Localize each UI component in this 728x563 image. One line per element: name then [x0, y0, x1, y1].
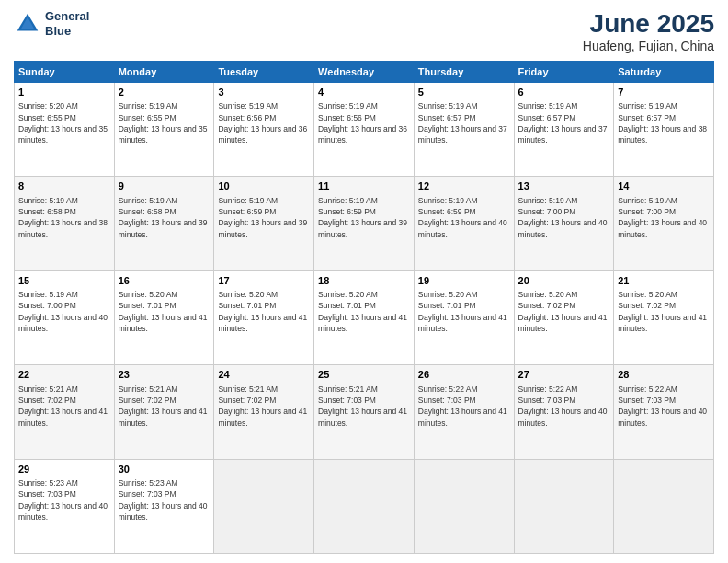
- calendar-cell: 19Sunrise: 5:20 AM Sunset: 7:01 PM Dayli…: [414, 270, 514, 364]
- day-info: Sunrise: 5:19 AM Sunset: 7:00 PM Dayligh…: [18, 289, 110, 334]
- day-number: 30: [119, 463, 210, 477]
- day-info: Sunrise: 5:20 AM Sunset: 7:01 PM Dayligh…: [318, 289, 410, 334]
- day-number: 21: [618, 274, 710, 288]
- day-info: Sunrise: 5:20 AM Sunset: 7:01 PM Dayligh…: [418, 289, 510, 334]
- day-info: Sunrise: 5:22 AM Sunset: 7:03 PM Dayligh…: [618, 384, 710, 429]
- calendar-cell: 1Sunrise: 5:20 AM Sunset: 6:55 PM Daylig…: [15, 83, 115, 177]
- day-number: 27: [518, 368, 610, 382]
- day-info: Sunrise: 5:22 AM Sunset: 7:03 PM Dayligh…: [418, 384, 510, 429]
- day-info: Sunrise: 5:21 AM Sunset: 7:02 PM Dayligh…: [18, 384, 110, 429]
- calendar-cell: 22Sunrise: 5:21 AM Sunset: 7:02 PM Dayli…: [15, 365, 115, 459]
- day-info: Sunrise: 5:20 AM Sunset: 7:02 PM Dayligh…: [518, 289, 610, 334]
- calendar-row-3: 22Sunrise: 5:21 AM Sunset: 7:02 PM Dayli…: [15, 365, 714, 459]
- calendar-cell: 4Sunrise: 5:19 AM Sunset: 6:56 PM Daylig…: [314, 83, 415, 177]
- calendar-cell: 7Sunrise: 5:19 AM Sunset: 6:57 PM Daylig…: [614, 83, 714, 177]
- day-number: 19: [418, 274, 510, 288]
- calendar-row-2: 15Sunrise: 5:19 AM Sunset: 7:00 PM Dayli…: [15, 270, 714, 364]
- day-number: 5: [418, 86, 510, 99]
- day-number: 25: [318, 368, 410, 382]
- day-number: 28: [618, 368, 710, 382]
- calendar-cell: 28Sunrise: 5:22 AM Sunset: 7:03 PM Dayli…: [614, 365, 714, 459]
- calendar-cell: 26Sunrise: 5:22 AM Sunset: 7:03 PM Dayli…: [414, 365, 514, 459]
- day-number: 7: [618, 86, 710, 99]
- calendar-cell: 30Sunrise: 5:23 AM Sunset: 7:03 PM Dayli…: [114, 459, 214, 553]
- day-info: Sunrise: 5:19 AM Sunset: 7:00 PM Dayligh…: [618, 195, 710, 240]
- logo-icon: [14, 10, 41, 38]
- day-number: 9: [119, 179, 210, 193]
- day-info: Sunrise: 5:19 AM Sunset: 7:00 PM Dayligh…: [518, 195, 610, 240]
- day-info: Sunrise: 5:20 AM Sunset: 6:55 PM Dayligh…: [18, 100, 110, 145]
- day-number: 10: [218, 179, 310, 193]
- day-info: Sunrise: 5:19 AM Sunset: 6:57 PM Dayligh…: [618, 100, 710, 145]
- calendar-cell: 27Sunrise: 5:22 AM Sunset: 7:03 PM Dayli…: [514, 365, 614, 459]
- calendar-header-row: Sunday Monday Tuesday Wednesday Thursday…: [15, 62, 714, 83]
- day-number: 18: [318, 274, 410, 288]
- day-number: 12: [418, 179, 510, 193]
- calendar-cell: [314, 459, 415, 553]
- calendar-cell: [414, 459, 514, 553]
- day-number: 24: [218, 368, 310, 382]
- calendar-cell: 10Sunrise: 5:19 AM Sunset: 6:59 PM Dayli…: [214, 177, 314, 270]
- day-number: 20: [518, 274, 610, 288]
- day-info: Sunrise: 5:23 AM Sunset: 7:03 PM Dayligh…: [119, 477, 210, 523]
- calendar-cell: 9Sunrise: 5:19 AM Sunset: 6:58 PM Daylig…: [114, 177, 214, 270]
- day-info: Sunrise: 5:19 AM Sunset: 6:55 PM Dayligh…: [119, 100, 210, 145]
- calendar-cell: 25Sunrise: 5:21 AM Sunset: 7:03 PM Dayli…: [314, 365, 415, 459]
- col-saturday: Saturday: [614, 62, 714, 83]
- calendar-cell: 18Sunrise: 5:20 AM Sunset: 7:01 PM Dayli…: [314, 270, 415, 364]
- day-number: 15: [18, 274, 110, 288]
- day-number: 3: [218, 86, 310, 99]
- day-info: Sunrise: 5:22 AM Sunset: 7:03 PM Dayligh…: [518, 384, 610, 429]
- calendar-cell: 15Sunrise: 5:19 AM Sunset: 7:00 PM Dayli…: [15, 270, 115, 364]
- calendar-cell: [614, 459, 714, 553]
- col-thursday: Thursday: [414, 62, 514, 83]
- logo-line2: Blue: [45, 24, 89, 39]
- calendar-cell: 24Sunrise: 5:21 AM Sunset: 7:02 PM Dayli…: [214, 365, 314, 459]
- calendar-cell: 29Sunrise: 5:23 AM Sunset: 7:03 PM Dayli…: [15, 459, 115, 553]
- calendar-row-1: 8Sunrise: 5:19 AM Sunset: 6:58 PM Daylig…: [15, 177, 714, 270]
- page: General Blue June 2025 Huafeng, Fujian, …: [0, 0, 728, 563]
- day-info: Sunrise: 5:19 AM Sunset: 6:58 PM Dayligh…: [119, 195, 210, 240]
- logo-text: General Blue: [45, 9, 89, 38]
- calendar-cell: 13Sunrise: 5:19 AM Sunset: 7:00 PM Dayli…: [514, 177, 614, 270]
- day-number: 29: [18, 463, 110, 477]
- logo: General Blue: [14, 9, 89, 38]
- logo-line1: General: [45, 9, 89, 24]
- day-info: Sunrise: 5:19 AM Sunset: 6:59 PM Dayligh…: [218, 195, 310, 240]
- title-block: June 2025 Huafeng, Fujian, China: [583, 9, 714, 53]
- calendar-table: Sunday Monday Tuesday Wednesday Thursday…: [14, 61, 714, 554]
- calendar-cell: 6Sunrise: 5:19 AM Sunset: 6:57 PM Daylig…: [514, 83, 614, 177]
- day-number: 26: [418, 368, 510, 382]
- day-info: Sunrise: 5:19 AM Sunset: 6:57 PM Dayligh…: [518, 100, 610, 145]
- calendar-row-0: 1Sunrise: 5:20 AM Sunset: 6:55 PM Daylig…: [15, 83, 714, 177]
- day-info: Sunrise: 5:19 AM Sunset: 6:56 PM Dayligh…: [218, 100, 310, 145]
- calendar-cell: 20Sunrise: 5:20 AM Sunset: 7:02 PM Dayli…: [514, 270, 614, 364]
- calendar-cell: 11Sunrise: 5:19 AM Sunset: 6:59 PM Dayli…: [314, 177, 415, 270]
- day-number: 2: [119, 86, 210, 99]
- day-number: 1: [18, 86, 110, 99]
- calendar-cell: 5Sunrise: 5:19 AM Sunset: 6:57 PM Daylig…: [414, 83, 514, 177]
- day-info: Sunrise: 5:19 AM Sunset: 6:59 PM Dayligh…: [418, 195, 510, 240]
- day-info: Sunrise: 5:21 AM Sunset: 7:03 PM Dayligh…: [318, 384, 410, 429]
- calendar-cell: 21Sunrise: 5:20 AM Sunset: 7:02 PM Dayli…: [614, 270, 714, 364]
- day-info: Sunrise: 5:19 AM Sunset: 6:57 PM Dayligh…: [418, 100, 510, 145]
- day-info: Sunrise: 5:20 AM Sunset: 7:01 PM Dayligh…: [218, 289, 310, 334]
- day-number: 11: [318, 179, 410, 193]
- calendar-cell: 16Sunrise: 5:20 AM Sunset: 7:01 PM Dayli…: [114, 270, 214, 364]
- calendar-cell: 12Sunrise: 5:19 AM Sunset: 6:59 PM Dayli…: [414, 177, 514, 270]
- day-info: Sunrise: 5:19 AM Sunset: 6:58 PM Dayligh…: [18, 195, 110, 240]
- calendar-cell: 14Sunrise: 5:19 AM Sunset: 7:00 PM Dayli…: [614, 177, 714, 270]
- main-title: June 2025: [583, 9, 714, 39]
- day-number: 6: [518, 86, 610, 99]
- day-number: 14: [618, 179, 710, 193]
- day-number: 23: [119, 368, 210, 382]
- calendar-cell: 8Sunrise: 5:19 AM Sunset: 6:58 PM Daylig…: [15, 177, 115, 270]
- calendar-cell: 17Sunrise: 5:20 AM Sunset: 7:01 PM Dayli…: [214, 270, 314, 364]
- calendar-row-4: 29Sunrise: 5:23 AM Sunset: 7:03 PM Dayli…: [15, 459, 714, 553]
- day-number: 16: [119, 274, 210, 288]
- calendar-cell: 3Sunrise: 5:19 AM Sunset: 6:56 PM Daylig…: [214, 83, 314, 177]
- day-number: 17: [218, 274, 310, 288]
- day-number: 22: [18, 368, 110, 382]
- col-tuesday: Tuesday: [214, 62, 314, 83]
- day-number: 13: [518, 179, 610, 193]
